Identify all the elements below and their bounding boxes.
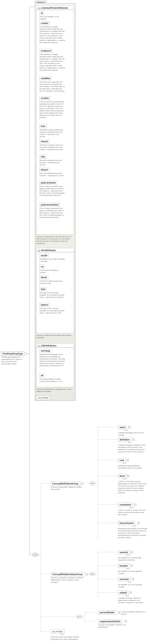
group-divider xyxy=(36,252,74,252)
root-expand-box xyxy=(24,352,26,355)
elem-related-plus: + xyxy=(130,592,132,594)
elem-hierarchyinfo-plus: + xyxy=(137,522,140,524)
any-other-panel: any ##other xyxy=(36,396,50,400)
elem-persondetails-desc: A set of properties specific to a person xyxy=(121,610,148,615)
elem-related-desc: A related concept, where the relationshi… xyxy=(118,597,147,604)
group-name: flexAttributes xyxy=(42,249,56,252)
elem-remoteinfo-plus: + xyxy=(134,504,136,506)
attr-typeuri-desc: The type of the concept assigned as cont… xyxy=(40,307,65,314)
attr-why-desc: Why the metadata has been included - exp… xyxy=(40,159,65,166)
elem-persondetails: personDetails xyxy=(98,610,116,614)
attr-modified: modified xyxy=(40,76,52,80)
concept-rel-group: ConceptRelationshipsGroup xyxy=(51,572,84,576)
group-prefix: grp xyxy=(38,249,42,252)
elem-facet: facet xyxy=(118,474,126,478)
connector-line xyxy=(98,579,118,579)
elem-definition: definition xyxy=(118,438,131,442)
connector-line xyxy=(41,483,41,632)
concept-rel-desc: A group of properites required to indica… xyxy=(51,576,86,584)
connector-line xyxy=(30,7,35,7)
attr-whyuri-desc: Why the metadata has been included - exp… xyxy=(40,172,65,177)
attr-dir: dir xyxy=(40,374,45,378)
elem-orgdetails-plus: + xyxy=(125,620,127,622)
connector-line xyxy=(30,555,32,555)
mult: 0..∞ xyxy=(126,568,130,570)
mult: 0..∞ xyxy=(126,595,129,597)
attr-uri: uri xyxy=(40,265,45,268)
attr-literal: literal xyxy=(40,276,48,279)
attr-howuri: howuri xyxy=(40,140,50,144)
attr-howuri-desc: Indicates by which means the value was e… xyxy=(40,144,65,151)
connector-line xyxy=(95,574,98,574)
connector-line xyxy=(38,555,41,555)
elem-sameas: sameAs xyxy=(118,550,130,554)
group-name: commonPowerAttributes xyxy=(42,7,68,9)
connector-line xyxy=(41,574,51,574)
i18n-footer: A group of attributes for language and s… xyxy=(36,388,74,393)
elem-name: name xyxy=(118,425,127,430)
elem-name-desc: A natural language name for the concept. xyxy=(118,431,145,436)
elem-narrower-plus: + xyxy=(132,578,134,580)
concept-rel-expand: – xyxy=(86,573,88,575)
sequence-connector-rel xyxy=(90,572,95,576)
elem-facet-desc: In NAR 1.8 and later, facet is deprecate… xyxy=(118,480,147,494)
attr-pubconstraint-desc: One or many constraints that apply to pu… xyxy=(40,185,65,196)
connector-line xyxy=(98,552,98,597)
connector-line xyxy=(98,523,118,523)
attr-creatoruri: creatoruri xyxy=(40,49,53,53)
root-type-label: FlexPartyPropType xyxy=(3,352,23,355)
connector-line xyxy=(98,460,118,460)
attr-pubconstrainturi: pubconstrainturi xyxy=(40,203,60,207)
concept-def-expand: – xyxy=(81,482,83,485)
connector-line xyxy=(98,439,118,440)
attr-uri-desc: A URI which identifies a concept. xyxy=(40,269,65,274)
attr-modified-desc: The date (and, optionally, the time) whe… xyxy=(40,80,65,92)
elem-orgdetails-desc: A group of properties specific to an org… xyxy=(98,623,127,628)
attr-custom: custom xyxy=(40,96,50,100)
connector-line xyxy=(98,476,118,476)
elem-facet-plus: + xyxy=(127,475,129,477)
elem-broader-plus: + xyxy=(130,564,133,567)
connector-line xyxy=(98,427,98,539)
flex-footer: A group of attributes associated with fl… xyxy=(36,334,74,339)
connector-line xyxy=(82,616,85,617)
connector-line xyxy=(85,612,85,621)
attr-custom-desc: If set to true the corresponding propert… xyxy=(40,100,65,119)
mult: 0..∞ xyxy=(123,478,127,480)
attr-qcode-desc: A qualified code which identifies a conc… xyxy=(40,258,65,262)
mult: 0..∞ xyxy=(60,633,64,635)
mult: 0..∞ xyxy=(124,429,128,431)
elem-sameas-desc: An identifier of a concept with equivale… xyxy=(118,556,145,561)
elem-note-desc: Additional natural language information … xyxy=(118,464,145,469)
attr-literal-desc: A free-text value assigned as property v… xyxy=(40,280,65,284)
attr-why: why xyxy=(40,155,46,159)
elem-name-plus: + xyxy=(128,426,130,428)
concept-def-desc: A group of properites required to define… xyxy=(51,486,82,490)
connector-line xyxy=(83,483,90,484)
connector-line xyxy=(88,574,90,574)
elem-note-plus: + xyxy=(126,459,129,461)
flex-header: grp flexAttributes xyxy=(38,249,56,252)
attr-pubconstrainturi-desc: One or many constraints that apply to pu… xyxy=(40,207,65,218)
group-divider xyxy=(36,347,74,348)
attr-dir-desc: The directionality of textual content (e… xyxy=(40,378,65,382)
connector-line xyxy=(98,427,118,427)
root-desc: Flexible party (person or organisation) … xyxy=(1,356,24,365)
sequence-connector-def xyxy=(90,482,95,485)
elem-broader: broader xyxy=(118,564,129,568)
mult: 0..∞ xyxy=(123,462,126,464)
concept-def-group: ConceptDefinitionGroup xyxy=(51,482,80,486)
elem-sameas-plus: + xyxy=(130,551,133,553)
mult: 0..∞ xyxy=(126,554,130,556)
attr-creatoruri-desc: If the attribute is empty, specifies whi… xyxy=(40,53,65,71)
elem-remoteinfo: remoteInfo xyxy=(118,503,133,507)
attr-xmllang-desc: Specifies the language of this property … xyxy=(40,353,65,367)
attr-whyuri: whyuri xyxy=(40,168,49,172)
attr-creator-desc: If the attribute is empty, specifies whi… xyxy=(40,25,65,44)
group-prefix: grp xyxy=(38,7,42,9)
elem-persondetails-plus: + xyxy=(118,611,120,614)
attr-pubconstraint: pubconstraint xyxy=(40,181,57,185)
elem-broader-desc: An identifier of a more generic concept. xyxy=(118,570,145,575)
mult: 0..∞ xyxy=(130,507,134,509)
connector-line xyxy=(95,483,98,484)
